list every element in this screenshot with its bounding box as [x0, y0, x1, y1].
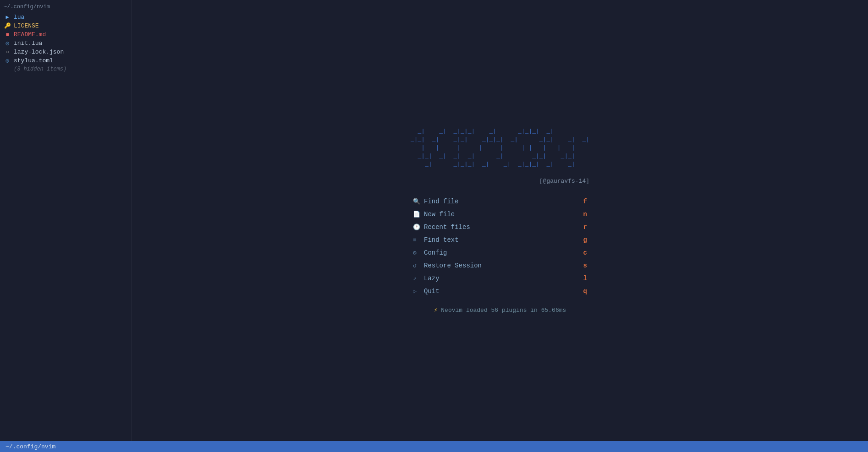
toml-icon: ◎ — [4, 57, 11, 64]
menu-label: Recent files — [424, 223, 583, 231]
gear-icon: ⚙ — [413, 249, 424, 256]
main-area: ~/.config/nvim ▶ lua 🔑 LICENSE ■ README.… — [0, 0, 868, 441]
menu-item-lazy[interactable]: ↗ Lazy l — [413, 272, 587, 284]
footer: ~/.config/nvim — [0, 441, 868, 452]
menu-label: New file — [424, 211, 583, 218]
menu-item-recent-files[interactable]: 🕐 Recent files r — [413, 221, 587, 233]
quit-icon: ▷ — [413, 288, 424, 295]
recent-icon: 🕐 — [413, 223, 424, 231]
sidebar-item-lua[interactable]: ▶ lua — [0, 13, 132, 22]
menu-label: Find text — [424, 236, 583, 244]
menu-item-restore-session[interactable]: ↺ Restore Session s — [413, 260, 587, 272]
username-display: [@gauravfs-14] — [411, 178, 589, 185]
sidebar-item-stylua[interactable]: ◎ stylua.toml — [0, 56, 132, 65]
find-text-icon: ≡ — [413, 237, 424, 244]
menu-item-find-file[interactable]: 🔍 Find file f — [413, 196, 587, 207]
key-icon: 🔑 — [4, 22, 11, 29]
lua-icon: ◎ — [4, 40, 11, 47]
menu-label: Lazy — [424, 275, 583, 282]
menu-item-find-text[interactable]: ≡ Find text g — [413, 234, 587, 246]
menu-key: r — [583, 223, 587, 231]
json-icon: ○ — [4, 49, 11, 55]
menu-key: q — [583, 288, 587, 295]
sidebar-item-label: lazy-lock.json — [14, 49, 64, 55]
menu-list: 🔍 Find file f 📄 New file n 🕐 Recent file… — [413, 196, 587, 297]
menu-label: Config — [424, 249, 583, 256]
sidebar-item-lazy-lock[interactable]: ○ lazy-lock.json — [0, 48, 132, 56]
sidebar-hidden-items: (3 hidden items) — [0, 65, 132, 73]
new-file-icon: 📄 — [413, 211, 424, 218]
menu-label: Quit — [424, 288, 583, 295]
sidebar-item-init[interactable]: ◎ init.lua — [0, 39, 132, 48]
main-content: _| _| _|_|_| _| _|_|_| _| _|_| _| _|_| _… — [132, 0, 868, 441]
ascii-logo: _| _| _|_|_| _| _|_|_| _| _|_| _| _|_| _… — [411, 127, 589, 169]
menu-key: n — [583, 211, 587, 218]
sidebar-item-label: README.md — [14, 31, 46, 38]
menu-key: s — [583, 262, 587, 269]
menu-key: g — [583, 236, 587, 244]
sidebar-item-readme[interactable]: ■ README.md — [0, 30, 132, 39]
plugin-status-text: Neovim loaded 56 plugins in 65.66ms — [441, 307, 566, 314]
search-icon: 🔍 — [413, 198, 424, 205]
restore-icon: ↺ — [413, 262, 424, 269]
sidebar-item-label: stylua.toml — [14, 57, 53, 64]
bolt-icon: ⚡ — [434, 307, 438, 314]
menu-item-new-file[interactable]: 📄 New file n — [413, 208, 587, 220]
sidebar-item-label: init.lua — [14, 40, 42, 47]
sidebar-header: ~/.config/nvim — [0, 2, 132, 13]
footer-path: ~/.config/nvim — [5, 443, 55, 450]
sidebar: ~/.config/nvim ▶ lua 🔑 LICENSE ■ README.… — [0, 0, 132, 441]
menu-key: f — [583, 198, 587, 205]
menu-item-config[interactable]: ⚙ Config c — [413, 247, 587, 259]
readme-icon: ■ — [4, 32, 11, 38]
menu-key: c — [583, 249, 587, 256]
menu-key: l — [583, 275, 587, 282]
plugin-status: ⚡ Neovim loaded 56 plugins in 65.66ms — [434, 306, 566, 314]
sidebar-item-license[interactable]: 🔑 LICENSE — [0, 22, 132, 30]
menu-label: Find file — [424, 198, 583, 205]
menu-item-quit[interactable]: ▷ Quit q — [413, 285, 587, 297]
sidebar-item-label: lua — [14, 14, 24, 21]
folder-icon: ▶ — [4, 14, 11, 21]
dashboard: _| _| _|_|_| _| _|_|_| _| _|_| _| _|_| _… — [411, 127, 589, 314]
lazy-icon: ↗ — [413, 275, 424, 282]
sidebar-item-label: LICENSE — [14, 22, 39, 29]
menu-label: Restore Session — [424, 262, 583, 269]
